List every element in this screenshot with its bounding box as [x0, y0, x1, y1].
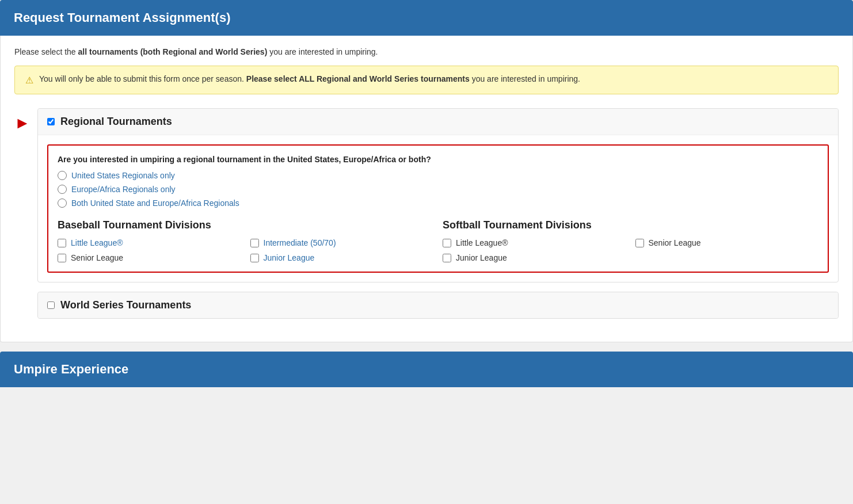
request-tournament-header: Request Tournament Assignment(s)	[0, 0, 853, 36]
regional-label[interactable]: Regional Tournaments	[60, 116, 172, 128]
sb-senior-checkbox[interactable]	[635, 239, 644, 247]
content-area: Please select the all tournaments (both …	[0, 36, 853, 342]
regional-panel-header: Regional Tournaments	[38, 109, 838, 135]
baseball-heading: Baseball Tournament Divisions	[58, 219, 433, 231]
radio-both-label: Both United State and Europe/Africa Regi…	[71, 198, 239, 208]
footer-title: Umpire Experience	[14, 362, 839, 377]
baseball-division-section: Baseball Tournament Divisions Little Lea…	[58, 219, 433, 262]
regional-checkbox[interactable]	[47, 118, 55, 125]
radio-europe-only-input[interactable]	[58, 185, 67, 194]
radio-europe-only-label: Europe/Africa Regionals only	[71, 185, 176, 194]
regional-inner-panel: Are you interested in umpiring a regiona…	[47, 144, 829, 273]
radio-both[interactable]: Both United State and Europe/Africa Regi…	[58, 198, 818, 208]
bb-intermediate-label: Intermediate (50/70)	[264, 238, 336, 247]
sb-senior-label: Senior League	[649, 238, 701, 247]
radio-both-input[interactable]	[58, 198, 67, 208]
baseball-checkbox-grid: Little League® Intermediate (50/70) Seni…	[58, 238, 433, 262]
bb-senior-item[interactable]: Senior League	[58, 253, 241, 262]
sb-ll-checkbox[interactable]	[443, 239, 451, 247]
sb-ll-item[interactable]: Little League®	[443, 238, 626, 247]
bb-junior-label: Junior League	[264, 253, 315, 262]
world-series-panel: World Series Tournaments	[37, 292, 839, 319]
bb-intermediate-item[interactable]: Intermediate (50/70)	[250, 238, 434, 247]
warning-icon: ⚠	[25, 75, 33, 86]
arrow-col: ►	[14, 108, 37, 131]
regional-panel: Regional Tournaments Are you interested …	[37, 108, 839, 282]
regional-section-row: ► Regional Tournaments Are you intereste…	[14, 108, 839, 292]
radio-us-only-input[interactable]	[58, 171, 67, 180]
region-question: Are you interested in umpiring a regiona…	[58, 155, 818, 164]
bb-ll-label: Little League®	[71, 238, 123, 247]
radio-us-only[interactable]: United States Regionals only	[58, 171, 818, 180]
divisions-layout: Baseball Tournament Divisions Little Lea…	[58, 219, 818, 262]
radio-europe-only[interactable]: Europe/Africa Regionals only	[58, 185, 818, 194]
world-series-panel-header: World Series Tournaments	[38, 292, 838, 318]
page-title: Request Tournament Assignment(s)	[14, 10, 839, 25]
bb-junior-checkbox[interactable]	[250, 254, 259, 262]
bb-intermediate-checkbox[interactable]	[250, 239, 259, 247]
warning-bold: Please select ALL Regional and World Ser…	[246, 74, 470, 83]
sb-junior-checkbox[interactable]	[443, 254, 451, 262]
bb-junior-item[interactable]: Junior League	[250, 253, 434, 262]
regional-panel-body: Are you interested in umpiring a regiona…	[38, 135, 838, 282]
softball-checkbox-grid: Little League® Senior League Junior Leag…	[443, 238, 818, 262]
sb-senior-item[interactable]: Senior League	[635, 238, 819, 247]
sb-placeholder	[635, 253, 819, 262]
intro-text: Please select the all tournaments (both …	[14, 47, 839, 56]
softball-heading: Softball Tournament Divisions	[443, 219, 818, 231]
umpire-experience-header: Umpire Experience	[0, 352, 853, 387]
bb-senior-checkbox[interactable]	[58, 254, 66, 262]
sb-junior-item[interactable]: Junior League	[443, 253, 626, 262]
world-series-checkbox[interactable]	[47, 301, 55, 309]
sb-junior-label: Junior League	[456, 253, 507, 262]
bb-senior-label: Senior League	[71, 253, 123, 262]
radio-group: United States Regionals only Europe/Afri…	[58, 171, 818, 208]
radio-us-only-label: United States Regionals only	[71, 171, 175, 180]
bb-ll-item[interactable]: Little League®	[58, 238, 241, 247]
bb-ll-checkbox[interactable]	[58, 239, 66, 247]
warning-text: You will only be able to submit this for…	[39, 74, 580, 83]
softball-division-section: Softball Tournament Divisions Little Lea…	[443, 219, 818, 262]
intro-text-before: Please select the	[14, 47, 78, 56]
arrow-right-icon: ►	[14, 115, 31, 131]
sb-ll-label: Little League®	[456, 238, 508, 247]
warning-box: ⚠ You will only be able to submit this f…	[14, 66, 839, 94]
intro-text-after: you are interested in umpiring.	[267, 47, 378, 56]
intro-bold: all tournaments (both Regional and World…	[78, 47, 268, 56]
world-series-label[interactable]: World Series Tournaments	[60, 299, 191, 311]
